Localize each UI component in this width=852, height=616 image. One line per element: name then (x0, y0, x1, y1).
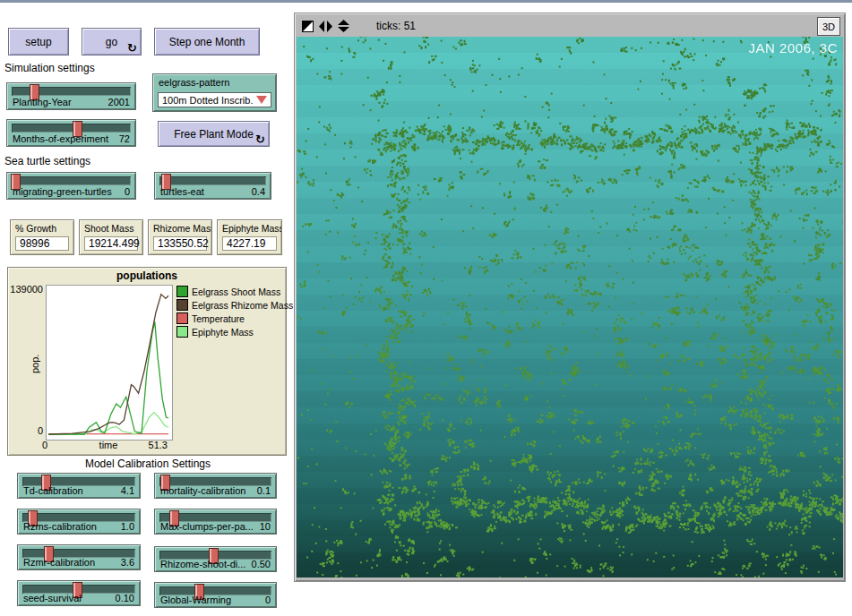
legend-item: Eelgrass Rhizome Mass (176, 299, 293, 311)
plot-title: populations (8, 270, 286, 282)
plot-canvas (46, 285, 173, 441)
slider-track[interactable] (159, 176, 266, 185)
slider-label: Global-Warming (160, 595, 231, 605)
slider-value: 0.10 (116, 593, 134, 603)
legend-item: Temperature (176, 312, 245, 324)
slider-value: 2001 (108, 97, 130, 107)
slider-value: 1.0 (121, 521, 134, 532)
vertical-pan-icon[interactable] (338, 20, 349, 32)
forever-icon: ↻ (255, 133, 265, 145)
go-button-label: go (106, 36, 117, 48)
monitor-value: 4227.19 (222, 236, 277, 251)
legend-label: Eelgrass Rhizome Mass (192, 300, 293, 311)
ticks-counter: ticks: 51 (376, 20, 416, 32)
monitor-label: % Growth (15, 223, 73, 234)
setup-button[interactable]: setup (8, 28, 69, 56)
slider-value: 4.1 (121, 485, 134, 496)
y-axis-min-tick: 0 (8, 425, 43, 436)
slider-label: Rhizome-shoot-di... (160, 559, 245, 569)
sea-turtle-settings-label: Sea turtle settings (4, 155, 90, 167)
forever-icon: ↻ (127, 42, 137, 54)
free-plant-mode-button[interactable]: Free Plant Mode ↻ (158, 121, 270, 147)
monitor-epiphyte-mass: Epiphyte Mass 4227.19 (217, 219, 282, 255)
legend-swatch-temperature (176, 312, 188, 324)
view-3d-button[interactable]: 3D (817, 17, 840, 36)
slider-label: migrating-green-turtles (13, 186, 112, 197)
slider-value: 3.6 (121, 557, 134, 568)
legend-swatch-epiphyte-mass (176, 326, 188, 338)
slider-value: 0 (125, 186, 130, 197)
legend-label: Temperature (192, 313, 245, 324)
chooser-eelgrass-pattern[interactable]: eelgrass-pattern 100m Dotted Inscrib... (152, 73, 277, 112)
slider-seed-survival[interactable]: seed-survival0.10 (17, 580, 141, 606)
resize-view-icon[interactable] (302, 21, 314, 32)
slider-rzms-calibration[interactable]: Rzms-calibration1.0 (17, 509, 141, 535)
x-axis-max-tick: 51.3 (128, 440, 168, 450)
slider-planting-year[interactable]: Planting-Year2001 (6, 82, 136, 110)
world-container: JAN 2006, 3C (297, 37, 843, 578)
world-view-widget: ticks: 51 3D JAN 2006, 3C (294, 13, 846, 582)
legend-swatch-shoot-mass (176, 286, 188, 297)
slider-max-clumps-per-patch[interactable]: Max-clumps-per-pa...10 (154, 509, 277, 535)
window-top-band (0, 0, 852, 3)
slider-value: 10 (260, 521, 271, 532)
y-axis-max-tick: 139000 (8, 284, 43, 295)
slider-label: Rzms-calibration (23, 521, 97, 532)
slider-label: Td-calibration (23, 485, 83, 496)
monitor-percent-growth: % Growth 98996 (10, 219, 74, 255)
world-canvas[interactable] (297, 37, 843, 578)
slider-turtles-eat[interactable]: turtles-eat0.4 (154, 172, 271, 200)
monitor-value: 19214.499 (84, 236, 138, 251)
slider-track[interactable] (12, 176, 131, 185)
monitor-value: 133550.52 (153, 236, 207, 251)
legend-label: Eelgrass Shoot Mass (192, 287, 280, 297)
view-header: ticks: 51 3D (297, 15, 843, 37)
slider-mortality-calibration[interactable]: mortality-calibration0.1 (154, 473, 277, 499)
free-plant-mode-label: Free Plant Mode (174, 128, 254, 141)
date-temperature-overlay: JAN 2006, 3C (749, 40, 838, 56)
monitor-label: Rhizome Mass (153, 223, 211, 234)
step-one-month-label: Step one Month (169, 36, 245, 48)
slider-value: 0 (265, 595, 271, 605)
go-button[interactable]: go ↻ (82, 28, 142, 56)
slider-value: 0.50 (252, 559, 271, 569)
monitor-shoot-mass: Shoot Mass 19214.499 (79, 219, 143, 255)
legend-item: Eelgrass Shoot Mass (176, 286, 280, 297)
populations-plot: populations 139000 0 pop. 0 time 51.3 Ee… (7, 267, 287, 456)
chooser-dropdown[interactable]: 100m Dotted Inscrib... (158, 92, 271, 107)
slider-value: 0.1 (257, 485, 271, 496)
slider-global-warming[interactable]: Global-Warming0 (154, 582, 277, 608)
chooser-label: eelgrass-pattern (159, 77, 276, 88)
monitor-label: Epiphyte Mass (222, 223, 281, 234)
slider-label: mortality-calibration (160, 485, 245, 496)
slider-migrating-green-turtles[interactable]: migrating-green-turtles0 (6, 172, 136, 200)
setup-button-label: setup (25, 36, 51, 48)
slider-rzmr-calibration[interactable]: Rzmr-calibration3.6 (17, 544, 141, 570)
monitor-rhizome-mass: Rhizome Mass 133550.52 (148, 219, 212, 255)
horizontal-pan-icon[interactable] (319, 21, 332, 32)
slider-label: Months-of-experiment (13, 133, 108, 144)
slider-label: Planting-Year (13, 97, 72, 107)
slider-rhizome-shoot-division[interactable]: Rhizome-shoot-di...0.50 (154, 546, 277, 572)
monitor-label: Shoot Mass (84, 223, 142, 234)
slider-label: turtles-eat (160, 186, 204, 197)
slider-value: 0.4 (252, 186, 265, 197)
slider-label: seed-survival (23, 593, 82, 603)
chevron-down-icon (256, 96, 267, 104)
slider-value: 72 (119, 133, 130, 144)
slider-track[interactable] (12, 124, 131, 133)
plot-series-lines (47, 286, 172, 440)
chooser-selected-value: 100m Dotted Inscrib... (162, 95, 254, 106)
slider-label: Rzmr-calibration (23, 557, 95, 568)
y-axis-label: pop. (30, 355, 40, 373)
legend-swatch-rhizome-mass (176, 299, 188, 311)
model-calibration-settings-label: Model Calibration Settings (36, 458, 260, 470)
legend-item: Epiphyte Mass (176, 326, 254, 338)
simulation-settings-label: Simulation settings (4, 62, 95, 74)
slider-track[interactable] (12, 87, 131, 96)
slider-td-calibration[interactable]: Td-calibration4.1 (17, 473, 141, 499)
step-one-month-button[interactable]: Step one Month (154, 28, 260, 56)
monitor-value: 98996 (15, 236, 69, 251)
slider-label: Max-clumps-per-pa... (160, 521, 254, 532)
slider-months-of-experiment[interactable]: Months-of-experiment72 (6, 119, 136, 147)
